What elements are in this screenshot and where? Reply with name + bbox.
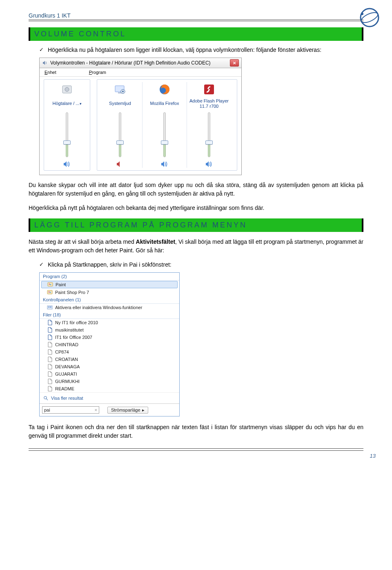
file-icon [47,334,53,340]
volume-slider[interactable] [66,112,68,157]
body-paragraph: Högerklicka på nytt på högtalaren och be… [29,204,363,212]
body-paragraph: Du kanske skypar och vill inte att dator… [29,181,363,198]
svg-point-19 [44,396,47,399]
mixer-label[interactable]: Högtalare / ... [52,98,81,109]
section-heading-add-program: LÄGG TILL PROGRAM PÅ PROGRAM MENYN [29,218,363,232]
search-result-item[interactable]: GUJARATI [40,370,179,378]
show-more-results[interactable]: Visa fler resultat [40,392,179,403]
instruction-text: Högerklicka nu på högtalaren som ligger … [48,46,363,54]
settings-icon [47,305,53,310]
volume-slider[interactable] [208,112,210,157]
mixer-column: Adobe Flash Player 11.7 r700 [188,82,230,168]
program-icon [47,289,53,295]
mixer-label: Adobe Flash Player 11.7 r700 [188,98,230,109]
mixer-column: Högtalare / ... [46,82,88,168]
svg-point-11 [49,284,50,285]
body-paragraph: Ta tag i Paint ikonen och dra ner den ti… [29,423,363,440]
app-icon [157,82,172,97]
search-result-item[interactable]: CROATIAN [40,356,179,363]
header-course-title: Grundkurs 1 IKT [29,12,71,19]
svg-point-12 [50,284,51,285]
menu-device[interactable]: Enhet [45,70,56,75]
section-heading-volume-control: VOLUME CONTROL [29,27,363,41]
search-result-item[interactable]: IT1 för Office 2007 [40,334,179,341]
app-icon [60,82,74,97]
svg-point-15 [50,292,51,293]
volume-mixer-window: Volymkontrollen - Högtalare / Hörlurar (… [39,58,242,175]
close-button[interactable]: ✕ [230,59,239,67]
search-result-item[interactable]: Paint [41,281,178,288]
menu-bar: Enhet Program [40,68,241,77]
mixer-label: Mozilla Firefox [150,98,179,109]
program-icon [47,282,53,287]
search-icon [43,395,49,401]
result-category: Filer (18) [40,311,179,319]
app-icon [113,82,127,97]
mute-button[interactable] [205,160,213,168]
search-result-item[interactable]: README [40,385,179,392]
search-result-item[interactable]: DEVANAGA [40,363,179,370]
file-icon [47,320,53,325]
mixer-column: Mozilla Firefox [143,82,186,168]
search-result-item[interactable]: Ny IT1 för office 2010 [40,319,179,326]
search-result-item[interactable]: Paint Shop Pro 7 [40,289,179,296]
search-input[interactable]: pai × [42,406,99,414]
instruction-text: Klicka på Startknappen, skriv in Pai i s… [48,261,363,269]
svg-point-2 [361,13,363,15]
search-result-item[interactable]: CHINTRAD [40,341,179,348]
svg-point-4 [65,87,69,91]
footer-rule [29,450,363,451]
search-result-item[interactable]: Aktivera eller inaktivera Windows-funkti… [40,304,179,311]
file-icon [47,349,53,355]
window-title-bar: Volymkontrollen - Högtalare / Hörlurar (… [40,58,241,68]
result-category: Kontrollpanelen (1) [40,296,179,304]
footer-rule [29,448,363,449]
header-rule [29,21,363,21]
search-result-item[interactable]: GURMUKHI [40,378,179,385]
svg-rect-17 [48,307,49,307]
menu-program[interactable]: Program [89,70,106,75]
clear-icon[interactable]: × [95,407,97,412]
file-icon [47,356,53,362]
result-category: Program (2) [40,273,179,281]
volume-slider[interactable] [163,112,166,157]
shutdown-button[interactable]: Strömsparläge▸ [107,407,148,414]
mixer-column: Systemljud [99,82,141,168]
check-icon: ✓ [39,46,44,54]
file-icon [47,371,53,377]
search-result-item[interactable]: CP874 [40,348,179,356]
app-icon [202,82,216,97]
file-icon [47,327,53,333]
mute-button[interactable] [63,160,71,168]
page-number: 13 [370,453,376,459]
file-icon [47,342,53,347]
mute-button[interactable] [160,160,169,168]
header-rule [29,20,363,20]
svg-line-20 [47,399,48,400]
start-menu-window: Program (2) PaintPaint Shop Pro 7 Kontro… [39,272,180,416]
file-icon [47,379,53,384]
body-paragraph: Nästa steg är att vi skall börja arbeta … [29,238,363,255]
file-icon [47,386,53,392]
mixer-label: Systemljud [109,98,131,109]
logo-globe-icon [359,7,380,29]
window-title-text: Volymkontrollen - Högtalare / Hörlurar (… [50,60,211,66]
speaker-icon [42,60,48,66]
chevron-right-icon: ▸ [142,407,145,413]
check-icon: ✓ [39,261,44,269]
file-icon [47,364,53,370]
svg-point-14 [49,292,49,292]
svg-rect-18 [50,307,51,307]
search-result-item[interactable]: musikinstitutet [40,326,179,334]
mute-button[interactable] [116,160,124,168]
volume-slider[interactable] [119,112,121,157]
